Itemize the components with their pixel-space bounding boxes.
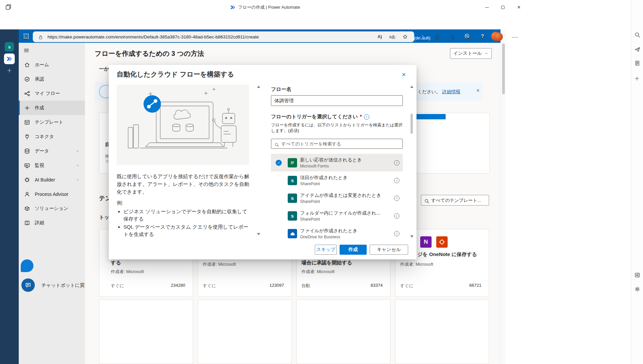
- window-title: フローの作成 | Power Automate: [238, 4, 300, 10]
- scroll-down-icon[interactable]: [410, 235, 414, 238]
- info-icon[interactable]: [364, 114, 369, 120]
- book-icon: [24, 220, 30, 226]
- sidebar-item-monitor[interactable]: 監視: [19, 158, 85, 172]
- trigger-option-onedrive[interactable]: ファイルが作成されたときOneDrive for Business: [271, 225, 403, 238]
- trigger-search-box[interactable]: [271, 139, 403, 149]
- scroll-down-icon[interactable]: [257, 233, 260, 235]
- cancel-button[interactable]: キャンセル: [370, 245, 408, 255]
- sidebar-search-icon[interactable]: [634, 31, 640, 37]
- chatbot-button[interactable]: [21, 278, 35, 292]
- sharepoint-letter: s: [291, 177, 294, 183]
- trigger-option-sharepoint[interactable]: s フォルダー内にファイルが作成され...SharePoint: [271, 207, 403, 225]
- info-icon[interactable]: [394, 213, 399, 219]
- translate-icon[interactable]: aあ: [387, 32, 397, 42]
- template-card-kind: すぐに: [203, 283, 216, 289]
- trigger-title: 項目が作成されたとき: [300, 175, 394, 181]
- sidebar-item-learn[interactable]: 詳細: [19, 216, 85, 230]
- sidebar-item-label: 作成: [35, 105, 44, 111]
- scroll-up-icon[interactable]: [257, 86, 260, 88]
- sidebar-item-create[interactable]: 作成: [19, 101, 85, 115]
- scrollbar-thumb[interactable]: [410, 114, 413, 134]
- trigger-option-sharepoint[interactable]: s 項目が作成されたときSharePoint: [271, 171, 403, 189]
- sidebar-collapse-icon[interactable]: [23, 47, 29, 53]
- install-button[interactable]: インストール: [450, 48, 492, 59]
- site-app-icon[interactable]: [417, 32, 427, 42]
- notification-link[interactable]: 詳細情報: [442, 89, 460, 95]
- address-bar[interactable]: A) aあ: [33, 31, 414, 42]
- plus-icon: [24, 105, 30, 111]
- sidebar-item-connectors[interactable]: コネクタ: [19, 129, 85, 144]
- onenote-letter: N: [424, 239, 428, 245]
- read-aloud-icon[interactable]: A): [375, 32, 385, 42]
- templates-tab-fragment[interactable]: トップ: [99, 214, 109, 221]
- template-card-author: 作成者: Microsoft: [400, 261, 433, 267]
- close-window-button[interactable]: ×: [511, 0, 527, 15]
- office-app-icon: [436, 236, 448, 248]
- url-input[interactable]: [48, 33, 369, 41]
- minimize-icon: [485, 7, 489, 8]
- skip-button[interactable]: スキップ: [315, 245, 337, 255]
- info-icon[interactable]: [394, 196, 399, 201]
- scrollbar-thumb[interactable]: [502, 43, 505, 94]
- sidebar-document-icon[interactable]: [634, 60, 640, 66]
- sidebar-send-icon[interactable]: [634, 46, 640, 52]
- page-scrollbar[interactable]: [500, 29, 506, 364]
- template-card-author: 作成者: Microsoft: [203, 261, 236, 267]
- sidebar-item-solutions[interactable]: ソリューション: [19, 201, 85, 216]
- sidebar-item-process-advisor[interactable]: Process Advisor: [19, 187, 85, 201]
- info-icon[interactable]: [394, 231, 399, 236]
- open-panel-icon[interactable]: [634, 272, 640, 278]
- flow-icon: [24, 91, 30, 97]
- dialog-description: 既に使用しているアプリを接続するだけで反復作業から解放されます。アラート、レポー…: [117, 172, 250, 196]
- close-icon[interactable]: ×: [402, 71, 406, 78]
- browser-menu-icon[interactable]: ⋯: [510, 32, 520, 42]
- create-button[interactable]: 作成: [340, 245, 367, 255]
- pinned-app-icon[interactable]: s: [5, 42, 14, 51]
- app-menu-icon[interactable]: [5, 4, 12, 10]
- notification-text: ください。: [418, 89, 441, 95]
- browser-profile-avatar[interactable]: [494, 32, 503, 41]
- template-search-input[interactable]: [431, 197, 487, 204]
- add-app-icon[interactable]: [6, 68, 12, 74]
- chevron-down-icon: [76, 149, 80, 153]
- sidebar-item-label: AI Builder: [35, 177, 55, 183]
- refresh-icon[interactable]: [20, 32, 30, 42]
- sidebar-item-label: ホーム: [35, 62, 49, 68]
- collections-icon[interactable]: [463, 32, 473, 42]
- browser-title-bar: フローの作成 | Power Automate ×: [0, 0, 643, 15]
- minimize-button[interactable]: [479, 0, 494, 15]
- maximize-button[interactable]: [495, 0, 511, 15]
- trigger-option-sharepoint[interactable]: s アイテムが作成または変更されたときSharePoint: [271, 189, 403, 207]
- info-icon[interactable]: [394, 178, 399, 183]
- sidebar-item-templates[interactable]: テンプレート: [19, 115, 85, 129]
- lock-icon[interactable]: [38, 34, 43, 40]
- sidebar-item-my-flows[interactable]: マイ フロー: [19, 86, 85, 101]
- power-automate-app-icon[interactable]: [4, 53, 15, 64]
- trigger-option-forms[interactable]: ✓ 新しい応答が送信されるときMicrosoft Forms: [271, 154, 403, 171]
- selected-check-icon: ✓: [276, 160, 282, 166]
- search-icon: [424, 198, 429, 204]
- template-card-kind: すぐに: [400, 283, 414, 289]
- sidebar-add-icon[interactable]: [634, 75, 640, 81]
- flow-name-input[interactable]: [271, 95, 403, 106]
- extensions-puzzle-icon[interactable]: [432, 32, 442, 42]
- sidebar-settings-icon[interactable]: [634, 286, 640, 292]
- scroll-up-icon[interactable]: [410, 86, 414, 88]
- chat-icon: [25, 282, 31, 288]
- template-card-kind: 自動: [301, 283, 310, 289]
- favorites-bar-icon[interactable]: [448, 32, 458, 42]
- sidebar-item-home[interactable]: ホーム: [19, 57, 85, 72]
- info-icon[interactable]: [394, 160, 399, 165]
- sidebar-item-ai-builder[interactable]: AI Builder: [19, 172, 85, 187]
- onedrive-icon: [288, 229, 297, 238]
- chatbot-bubble[interactable]: [21, 259, 33, 272]
- sidebar-item-label: コネクタ: [35, 134, 54, 140]
- favorite-star-icon[interactable]: [400, 32, 410, 42]
- trigger-search-input[interactable]: [281, 140, 400, 147]
- sidebar-item-approvals[interactable]: 承認: [19, 72, 85, 86]
- notification-close-icon[interactable]: ×: [476, 88, 479, 94]
- browser-essentials-icon[interactable]: [478, 32, 488, 42]
- template-search-box[interactable]: [421, 195, 489, 206]
- sidebar-item-data[interactable]: データ: [19, 144, 85, 158]
- cancel-button-label: キャンセル: [377, 247, 401, 253]
